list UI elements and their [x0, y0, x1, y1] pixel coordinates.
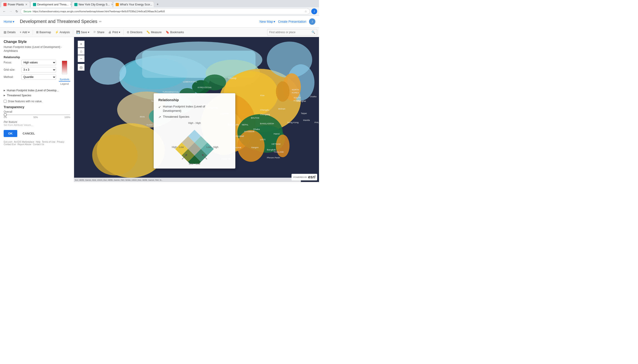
draw-features-checkbox[interactable] [4, 100, 6, 103]
svg-text:Chengdu: Chengdu [260, 108, 269, 111]
focus-select[interactable]: High values Low values Both [21, 60, 56, 65]
analysis-icon: ⚡ [55, 30, 58, 34]
analysis-button[interactable]: ⚡ Analysis [53, 30, 72, 35]
bookmark-star-icon[interactable]: ☆ [304, 10, 307, 13]
save-button[interactable]: 💾 Save ▾ [74, 30, 91, 35]
grid-size-select[interactable]: 2 x 2 3 x 3 4 x 4 [21, 67, 56, 72]
footer-link-terms[interactable]: Terms of Use [42, 141, 56, 143]
back-button[interactable]: ← [2, 9, 7, 14]
search-box[interactable]: 🔍 [267, 29, 317, 36]
method-label: Method: [4, 76, 20, 78]
popup-row-2: ↗ Threatened Species [158, 115, 230, 119]
svg-text:KYRGYZSTAN: KYRGYZSTAN [198, 86, 211, 88]
footer-link-esri[interactable]: Esri.com [4, 141, 12, 143]
tab-close-nyc[interactable]: ✕ [111, 3, 113, 6]
print-button[interactable]: 🖨 Print ▾ [106, 30, 122, 35]
add-button[interactable]: + Add ▾ [18, 30, 31, 35]
user-avatar[interactable]: J [309, 18, 315, 25]
slider-labels: 0% 50% 100% [4, 116, 70, 118]
bookmarks-button[interactable]: 🔖 Bookmarks [164, 30, 186, 35]
analysis-label: Analysis [60, 31, 70, 34]
add-chevron-icon: ▾ [28, 31, 30, 34]
transparency-title: Transparency [4, 105, 70, 109]
new-map-button[interactable]: New Map ▾ [260, 20, 275, 24]
layer-item-footprint[interactable]: ▶ Human Footprint Index (Level of Develo… [4, 88, 70, 93]
new-tab-button[interactable]: + [154, 1, 161, 7]
map-area[interactable]: Urumqi UZBEKISTAN KYRGYZSTAN TURKMENISTA… [74, 37, 319, 182]
popup-text-1a: Human Footprint Index (Level of [163, 105, 205, 108]
home-label: Home [4, 20, 12, 24]
tab-close-power[interactable]: ✕ [25, 3, 28, 6]
svg-text:Hong Kong: Hong Kong [287, 121, 298, 124]
ok-button[interactable]: OK [4, 130, 17, 137]
tab-label-score: What's Your Energy Scor... [120, 3, 152, 6]
footer-link-help[interactable]: Help [36, 141, 40, 143]
home-map-button[interactable]: ⌂ [78, 48, 84, 55]
print-chevron-icon: ▾ [119, 31, 120, 34]
footer-link-privacy[interactable]: Privacy [57, 141, 64, 143]
symbols-tab[interactable]: Symbols [59, 78, 70, 82]
create-presentation-button[interactable]: Create Presentation [278, 20, 306, 24]
method-select[interactable]: Natural Breaks Equal Interval Quantile [21, 74, 56, 80]
tab-power-plants[interactable]: Power Plants ✕ [1, 1, 30, 7]
tab-close-dev[interactable]: ✕ [70, 3, 71, 6]
legend-tab[interactable]: Legend [60, 82, 70, 86]
add-label: Add [22, 31, 27, 34]
user-initial: J [312, 20, 313, 23]
location-button[interactable]: ◎ [78, 64, 84, 71]
popup-arrow-2: ↗ [158, 115, 161, 119]
tab-nyc-energy[interactable]: New York City Energy S... ✕ [72, 1, 113, 7]
zoom-out-button[interactable]: − [78, 55, 84, 62]
transparency-section: Transparency Overall 0% 50% 100% Per fea… [4, 105, 70, 126]
svg-text:NEPAL: NEPAL [242, 124, 248, 126]
svg-text:PHILIPPINES: PHILIPPINES [314, 121, 319, 124]
address-bar[interactable]: Secure https://urbanobservatory.maps.arc… [20, 8, 310, 14]
popup-text-2: Threatened Species [163, 115, 189, 119]
reload-button[interactable]: ↻ [14, 9, 19, 14]
svg-text:KOREA: KOREA [294, 100, 300, 102]
footer-link-contact-us[interactable]: Contact Us [33, 143, 44, 146]
svg-text:LAOS: LAOS [260, 138, 266, 141]
footer-link-contact-esri[interactable]: Contact Esri [4, 143, 16, 146]
per-feature-label: Per feature [4, 120, 70, 124]
action-buttons: OK CANCEL [4, 130, 70, 137]
esri-logo: esri [308, 175, 315, 180]
profile-button[interactable]: J [311, 8, 317, 14]
directions-button[interactable]: ⊙ Directions [125, 30, 144, 35]
color-swatch [62, 61, 67, 74]
home-link[interactable]: Home ▾ [4, 20, 14, 24]
directions-label: Directions [130, 31, 142, 34]
draw-features-row: Draw features with no value. [4, 100, 70, 103]
details-button[interactable]: ▤ Details [2, 30, 18, 35]
zoom-in-button[interactable]: + [78, 41, 84, 48]
measure-icon: 📏 [146, 30, 150, 34]
footer-link-report[interactable]: Report Abuse [18, 143, 31, 146]
tab-dev-threatened[interactable]: Development and Threa... ✕ [30, 1, 71, 7]
svg-point-15 [92, 134, 138, 176]
legend-label-high-low: High - Low [172, 146, 184, 148]
left-panel: ◀ Change Style Human Footprint Index (Le… [0, 37, 74, 182]
measure-button[interactable]: 📏 Measure [144, 30, 163, 35]
app-header: Home ▾ Development and Threatened Specie… [0, 16, 319, 28]
share-button[interactable]: ⚐ Share [92, 30, 106, 35]
basemap-icon: ⊞ [36, 30, 39, 34]
layer-item-threatened[interactable]: ▶ Threatened Species [4, 93, 70, 98]
svg-text:Esri, HERE, Garmin, NGA, USGS : Esri, HERE, Garmin, NGA, USGS | Esri, HE… [75, 179, 163, 181]
basemap-button[interactable]: ⊞ Basemap [34, 30, 53, 35]
svg-text:VIETNAM: VIETNAM [271, 143, 280, 145]
svg-text:IRAN: IRAN [140, 116, 144, 118]
svg-text:Yangon: Yangon [251, 146, 259, 148]
cancel-button[interactable]: CANCEL [19, 130, 39, 137]
svg-text:Taipei: Taipei [301, 112, 307, 114]
forward-button[interactable]: → [8, 9, 13, 14]
edit-title-icon[interactable]: ✏ [99, 20, 102, 24]
svg-text:THAILAND: THAILAND [274, 151, 284, 153]
footer-link-marketplace[interactable]: ArcGIS Marketplace [14, 141, 34, 143]
per-feature-sub: Set from Attribute Values... [4, 124, 70, 126]
tab-energy-score[interactable]: What's Your Energy Scor... ✕ [113, 1, 154, 7]
popup-arrow-1: ↙ [158, 105, 161, 108]
slider-thumb[interactable] [4, 113, 7, 116]
search-input[interactable] [269, 31, 312, 34]
relationship-popup: Relationship ↙ Human Footprint Index (Le… [154, 93, 236, 168]
tab-close-score[interactable]: ✕ [154, 3, 154, 6]
